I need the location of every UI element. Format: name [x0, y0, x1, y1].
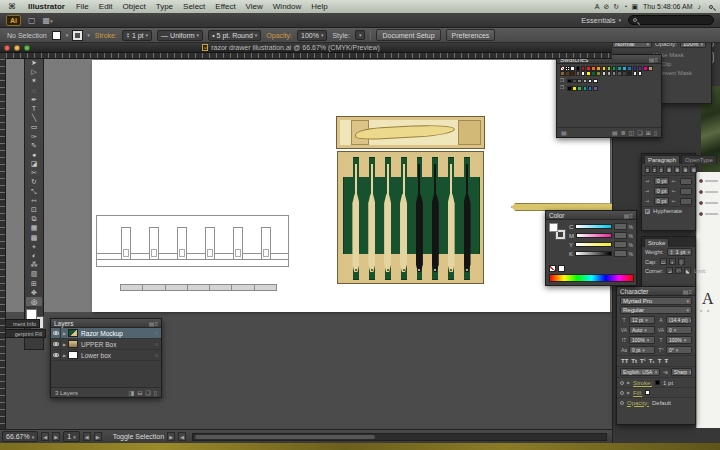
indent-field[interactable]	[680, 178, 692, 185]
mesh-tool-icon[interactable]: ▦	[26, 223, 42, 232]
upper-box-right-block[interactable]	[458, 120, 481, 145]
apple-menu-icon[interactable]: ⌘	[0, 2, 22, 11]
time-machine-icon[interactable]: ◔	[623, 3, 627, 11]
channel-slider[interactable]	[575, 242, 612, 247]
type-style-button[interactable]: T	[658, 358, 662, 364]
search-input[interactable]	[628, 15, 714, 25]
swatch[interactable]	[633, 66, 638, 71]
minimize-window-button[interactable]	[14, 45, 20, 51]
width-profile-dropdown[interactable]: —Uniform▾	[157, 30, 203, 41]
swatch[interactable]	[648, 66, 653, 71]
menu-object[interactable]: Object	[118, 2, 151, 11]
launch-bridge-icon[interactable]: ▢	[28, 16, 36, 25]
workspace-switcher[interactable]: Essentials ▾	[581, 16, 621, 25]
swatch[interactable]	[633, 71, 638, 76]
cap-butt-icon[interactable]: ▭	[660, 258, 667, 265]
field-value[interactable]: 12 pt▾	[629, 316, 655, 324]
spotlight-icon[interactable]	[709, 5, 713, 9]
docked-tab-document-info[interactable]: ment Info	[0, 319, 40, 328]
paintbrush-tool-icon[interactable]: ✑	[26, 132, 42, 141]
justify-last-right-icon[interactable]: ≣	[682, 166, 688, 173]
disclosure-icon[interactable]: ▶	[627, 380, 630, 385]
zoom-tool-icon[interactable]: ◎	[26, 297, 42, 306]
swatch[interactable]	[576, 66, 581, 71]
displays-icon[interactable]: ▣	[631, 3, 638, 11]
artwork-razor-drawer-box[interactable]	[337, 151, 484, 284]
color-group-folder-icon[interactable]: ❒	[560, 79, 566, 84]
align-left-icon[interactable]: ≡	[645, 166, 650, 173]
layer-target-icon[interactable]: ○	[155, 330, 158, 336]
volume-icon[interactable]: ♪	[698, 3, 702, 10]
type-style-button[interactable]: T¹	[640, 358, 646, 364]
scale-tool-icon[interactable]: ⤡	[26, 187, 42, 196]
swatch[interactable]	[565, 71, 570, 76]
target-icon[interactable]	[620, 401, 624, 405]
free-transform-tool-icon[interactable]: ⊡	[26, 205, 42, 214]
corner-round-icon[interactable]: ◠	[675, 267, 682, 274]
magic-wand-tool-icon[interactable]: ✶	[26, 76, 42, 85]
stroke-weight-field[interactable]: ▲▼1 pt▾	[122, 30, 152, 41]
field-value[interactable]: 0▾	[666, 326, 692, 334]
new-swatch-icon[interactable]: ⊞	[646, 129, 651, 136]
stroke-color-swatch[interactable]	[73, 31, 82, 40]
swatch[interactable]	[577, 86, 582, 91]
swatch[interactable]	[577, 79, 582, 84]
swatch-options-icon[interactable]: ◫	[629, 129, 635, 136]
swatch[interactable]	[583, 86, 588, 91]
razor-illustration[interactable]	[448, 164, 455, 276]
scroll-right-button[interactable]: ▶	[167, 432, 175, 441]
direct-selection-tool-icon[interactable]: ▷	[26, 67, 42, 76]
swatch[interactable]	[588, 86, 593, 91]
swatch[interactable]	[607, 66, 612, 71]
layer-target-icon[interactable]: ○	[155, 352, 158, 358]
arrange-documents-icon[interactable]: ▦▾	[43, 16, 53, 25]
blend-tool-icon[interactable]: ◐	[26, 251, 42, 260]
opacity-field[interactable]: 100%▾	[297, 30, 327, 41]
swatch[interactable]	[588, 79, 593, 84]
swatch[interactable]	[570, 71, 575, 76]
vertical-ruler[interactable]	[0, 59, 6, 429]
justify-last-center-icon[interactable]: ≣	[674, 166, 680, 173]
align-right-icon[interactable]: ≡	[659, 166, 664, 173]
razor-illustration[interactable]	[384, 164, 391, 276]
layer-target-icon[interactable]: ○	[155, 341, 158, 347]
disclosure-icon[interactable]: ▶	[63, 353, 66, 358]
horizontal-ruler[interactable]	[6, 53, 612, 59]
menu-view[interactable]: View	[241, 2, 268, 11]
line-segment-tool-icon[interactable]: ╲	[26, 113, 42, 122]
channel-value-field[interactable]	[614, 250, 626, 257]
show-kinds-icon[interactable]: ≣	[621, 129, 626, 136]
swatch[interactable]	[581, 71, 586, 76]
appearance-label[interactable]: Opacity:	[627, 400, 649, 406]
drawer-slot-outline[interactable]	[149, 227, 159, 260]
close-window-button[interactable]	[4, 45, 10, 51]
scrollbar-thumb[interactable]	[195, 435, 375, 439]
type-style-button[interactable]: TT	[621, 358, 628, 364]
indent-field[interactable]	[680, 198, 692, 205]
stroke-panel-link[interactable]: Stroke:	[95, 32, 117, 39]
visibility-toggle[interactable]	[51, 339, 61, 349]
swatch[interactable]	[612, 71, 617, 76]
swatch[interactable]	[560, 66, 565, 71]
menu-effect[interactable]: Effect	[210, 2, 240, 11]
swatch[interactable]	[567, 79, 572, 84]
menu-file[interactable]: File	[71, 2, 94, 11]
font-style-dropdown[interactable]: Regular▾	[620, 306, 692, 314]
menu-type[interactable]: Type	[151, 2, 178, 11]
anti-alias-dropdown[interactable]: Sharp▾	[671, 368, 692, 376]
field-value[interactable]: (14.4 pt)▾	[666, 316, 692, 324]
tab-paragraph[interactable]: Paragraph	[644, 155, 680, 164]
artwork-segmented-strip[interactable]	[120, 284, 277, 291]
field-value[interactable]: 100%▾	[629, 336, 655, 344]
align-center-icon[interactable]: ≡	[652, 166, 657, 173]
swatch[interactable]	[572, 86, 577, 91]
indent-field[interactable]: 0 pt	[654, 197, 669, 205]
tab-opentype[interactable]: OpenType	[681, 155, 717, 164]
panel-menu-icon[interactable]: ▤≡	[624, 212, 633, 219]
appearance-label[interactable]: Fill:	[633, 390, 642, 396]
drawer-slot-outline[interactable]	[121, 227, 131, 260]
gradient-tool-icon[interactable]: ▩	[26, 233, 42, 242]
razor-illustration[interactable]	[416, 164, 423, 276]
drawer-slot-outline[interactable]	[205, 227, 215, 260]
indent-field[interactable]: 0 pt	[654, 177, 669, 185]
